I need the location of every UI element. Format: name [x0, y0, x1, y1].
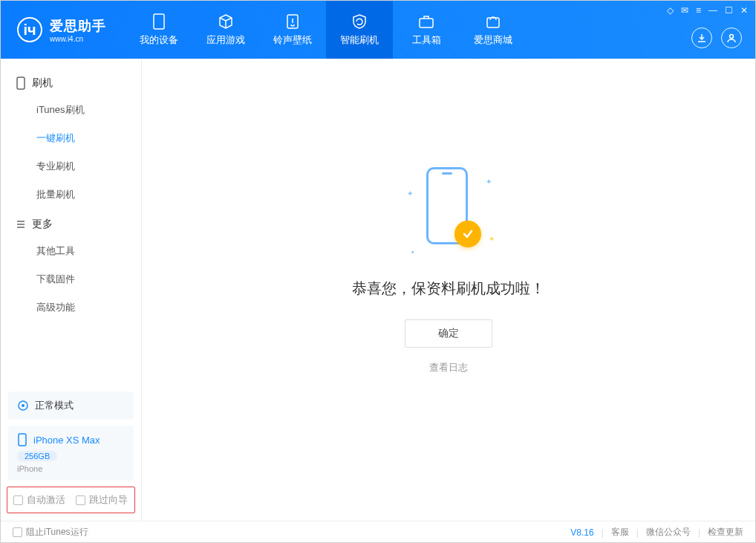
svg-rect-5: [17, 77, 25, 89]
footer-bar: 阻止iTunes运行 V8.16 | 客服 | 微信公众号 | 检查更新: [1, 521, 755, 543]
sidebar: 刷机 iTunes刷机 一键刷机 专业刷机 批量刷机 更多 其他工具 下载固件 …: [1, 59, 142, 521]
footer-link-support[interactable]: 客服: [611, 526, 629, 539]
mode-icon: [17, 400, 29, 412]
sidebar-section-title: 更多: [32, 218, 53, 231]
maximize-icon[interactable]: ☐: [725, 5, 733, 16]
nav-label: 铃声壁纸: [273, 33, 312, 47]
feedback-icon[interactable]: ✉: [681, 5, 688, 16]
svg-point-7: [22, 404, 25, 407]
checkbox-auto-activate[interactable]: 自动激活: [13, 493, 65, 507]
nav-label: 应用游戏: [206, 33, 245, 47]
sidebar-item-pro-flash[interactable]: 专业刷机: [1, 152, 141, 181]
device-name: iPhone XS Max: [33, 435, 100, 446]
checkbox-skip-guide[interactable]: 跳过向导: [76, 493, 128, 507]
device-type: iPhone: [17, 464, 125, 473]
device-icon: [150, 13, 168, 30]
refresh-shield-icon: [351, 13, 368, 30]
close-icon[interactable]: ✕: [740, 5, 748, 16]
mode-label: 正常模式: [35, 399, 74, 412]
music-file-icon: [284, 13, 302, 30]
nav-label: 智能刷机: [340, 33, 379, 47]
ok-button[interactable]: 确定: [405, 319, 492, 348]
sidebar-item-other-tools[interactable]: 其他工具: [1, 237, 141, 265]
svg-rect-2: [420, 19, 433, 27]
device-card[interactable]: iPhone XS Max 256GB iPhone: [8, 426, 134, 481]
toolbox-icon: [417, 13, 435, 30]
success-illustration: ✦✦•✦: [397, 161, 501, 265]
sidebar-item-batch-flash[interactable]: 批量刷机: [1, 181, 141, 209]
nav-apps-games[interactable]: 应用游戏: [192, 1, 259, 59]
app-logo-icon: iч: [17, 17, 42, 42]
svg-point-4: [730, 35, 734, 39]
version-label: V8.16: [570, 527, 593, 538]
download-icon[interactable]: [691, 27, 712, 48]
logo-area: iч 爱思助手 www.i4.cn: [1, 1, 120, 59]
sidebar-section-more: 更多: [1, 209, 141, 237]
view-log-link[interactable]: 查看日志: [429, 361, 468, 374]
checkbox-block-itunes[interactable]: 阻止iTunes运行: [13, 526, 88, 539]
sidebar-item-one-click-flash[interactable]: 一键刷机: [1, 124, 141, 152]
header-bar: iч 爱思助手 www.i4.cn 我的设备 应用游戏 铃声壁纸 智能刷机 工具…: [1, 1, 755, 59]
main-content: ✦✦•✦ 恭喜您，保资料刷机成功啦！ 确定 查看日志: [142, 59, 755, 521]
app-subtitle: www.i4.cn: [50, 35, 106, 43]
nav-toolbox[interactable]: 工具箱: [393, 1, 460, 59]
phone-icon: [17, 433, 27, 446]
nav-my-device[interactable]: 我的设备: [126, 1, 192, 59]
check-badge-icon: [454, 221, 481, 247]
nav-shop[interactable]: 爱思商城: [460, 1, 527, 59]
nav-label: 爱思商城: [474, 33, 512, 47]
nav-ringtones[interactable]: 铃声壁纸: [259, 1, 326, 59]
nav-smart-flash[interactable]: 智能刷机: [326, 1, 393, 59]
window-controls: ◇ ✉ ≡ — ☐ ✕: [667, 5, 748, 16]
sidebar-item-advanced[interactable]: 高级功能: [1, 293, 141, 322]
header-right-icons: [691, 27, 742, 48]
main-nav: 我的设备 应用游戏 铃声壁纸 智能刷机 工具箱 爱思商城: [126, 1, 527, 59]
footer-link-wechat[interactable]: 微信公众号: [646, 526, 691, 539]
nav-label: 工具箱: [412, 33, 441, 47]
highlighted-checkbox-row: 自动激活 跳过向导: [7, 487, 135, 513]
mode-card[interactable]: 正常模式: [8, 391, 134, 420]
skin-icon[interactable]: ◇: [667, 5, 674, 16]
shop-icon: [484, 13, 502, 30]
svg-rect-3: [487, 18, 499, 27]
footer-link-update[interactable]: 检查更新: [708, 526, 743, 539]
sidebar-section-title: 刷机: [32, 77, 53, 90]
sidebar-section-flash: 刷机: [1, 68, 141, 96]
nav-label: 我的设备: [140, 33, 178, 47]
menu-icon[interactable]: ≡: [696, 5, 701, 16]
user-icon[interactable]: [721, 27, 742, 48]
sidebar-item-download-firmware[interactable]: 下载固件: [1, 265, 141, 293]
minimize-icon[interactable]: —: [708, 5, 717, 16]
svg-rect-8: [19, 434, 26, 446]
svg-rect-0: [154, 14, 164, 29]
success-message: 恭喜您，保资料刷机成功啦！: [352, 279, 545, 299]
device-storage-badge: 256GB: [17, 451, 57, 461]
sidebar-item-itunes-flash[interactable]: iTunes刷机: [1, 96, 141, 124]
cube-icon: [217, 13, 235, 30]
app-title: 爱思助手: [50, 17, 106, 35]
